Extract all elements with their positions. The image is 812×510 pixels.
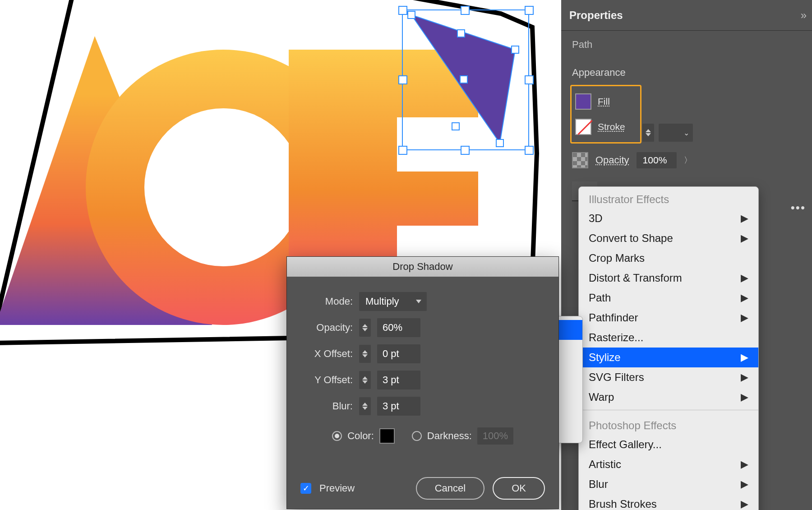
svg-rect-10 (525, 76, 533, 84)
svg-rect-7 (461, 6, 469, 14)
object-type-label: Path (561, 31, 812, 54)
fill-stroke-group: Fill Stroke (570, 85, 641, 144)
svg-rect-9 (399, 76, 407, 84)
stroke-label: Stroke (598, 121, 625, 132)
blur-stepper[interactable] (359, 397, 371, 415)
stroke-row[interactable]: Stroke (575, 114, 637, 139)
svg-rect-14 (408, 11, 415, 19)
opacity-value[interactable]: 100% (637, 152, 677, 168)
menu-item-label: Convert to Shape (589, 232, 673, 245)
submenu-arrow-icon: ▶ (741, 371, 748, 383)
submenu-arrow-icon: ▶ (741, 352, 748, 363)
svg-rect-15 (512, 46, 519, 53)
stroke-swatch[interactable] (575, 119, 591, 135)
effects-menu-item[interactable]: SVG Filters▶ (579, 367, 758, 387)
menu-item-label: Distort & Transform (589, 272, 682, 284)
svg-rect-12 (461, 146, 469, 154)
svg-rect-19 (452, 123, 459, 130)
collapse-panel-icon[interactable]: » (801, 9, 804, 22)
menu-item-label: Rasterize... (589, 331, 643, 344)
menu-item-label: SVG Filters (589, 371, 644, 384)
blur-input[interactable]: 3 pt (377, 397, 420, 416)
menu-item-label: Path (589, 292, 611, 304)
appearance-section-label: Appearance (561, 54, 812, 85)
opacity-row: Opacity 100% 〉 (561, 147, 812, 173)
cancel-button[interactable]: Cancel (416, 477, 484, 500)
opacity-icon (572, 152, 588, 168)
menu-item-label: Effect Gallery... (589, 438, 662, 451)
svg-rect-17 (460, 76, 467, 83)
submenu-arrow-icon: ▶ (741, 312, 748, 324)
opacity-input[interactable]: 60% (377, 318, 420, 337)
effects-menu-item[interactable]: Distort & Transform▶ (579, 268, 758, 288)
fill-row[interactable]: Fill (575, 89, 637, 114)
submenu-arrow-icon: ▶ (741, 478, 748, 490)
effects-menu-item[interactable]: Warp▶ (579, 387, 758, 407)
darkness-label: Darkness: (427, 430, 472, 442)
drop-shadow-dialog: Drop Shadow Mode: Multiply Opacity: 60% … (286, 256, 559, 509)
menu-item-label: Blur (589, 478, 608, 491)
svg-rect-18 (457, 30, 465, 37)
dialog-title: Drop Shadow (287, 257, 558, 277)
effects-menu-item[interactable]: Crop Marks (579, 248, 758, 268)
effects-menu-item[interactable]: Stylize▶ (579, 348, 758, 367)
opacity-stepper[interactable] (359, 319, 371, 337)
yoffset-stepper[interactable] (359, 371, 371, 389)
fill-label: Fill (598, 96, 610, 107)
svg-rect-11 (399, 146, 407, 154)
effects-menu-item[interactable]: Rasterize... (579, 328, 758, 348)
menu-item-label: 3D (589, 212, 603, 225)
menu-item-label: Warp (589, 391, 614, 403)
ok-button[interactable]: OK (493, 477, 545, 500)
mode-label: Mode: (300, 296, 353, 307)
photoshop-effects-heading: Photoshop Effects (579, 413, 758, 435)
svg-rect-4 (397, 117, 492, 172)
color-label: Color: (347, 430, 374, 442)
darkness-radio[interactable] (412, 431, 422, 441)
effects-menu-item[interactable]: Path▶ (579, 288, 758, 308)
stroke-weight-controls: ⌄ (642, 124, 693, 142)
blur-label: Blur: (300, 400, 353, 412)
properties-title: Properties (569, 9, 623, 22)
effects-menu-item[interactable]: Brush Strokes▶ (579, 494, 758, 510)
effects-menu-item[interactable]: Blur▶ (579, 474, 758, 494)
panel-options-icon[interactable]: ••• (791, 201, 806, 215)
effects-menu-item[interactable]: 3D▶ (579, 209, 758, 228)
illustrator-effects-heading: Illustrator Effects (579, 187, 758, 209)
xoffset-label: X Offset: (300, 348, 353, 360)
submenu-arrow-icon: ▶ (741, 459, 748, 470)
properties-header: Properties » (561, 0, 812, 31)
stroke-weight-dropdown[interactable]: ⌄ (659, 124, 693, 142)
darkness-input: 100% (477, 427, 513, 445)
menu-item-label: Pathfinder (589, 311, 638, 324)
preview-checkbox[interactable]: ✓ (300, 483, 311, 494)
menu-item-label: Artistic (589, 458, 621, 471)
effects-menu-item[interactable]: Convert to Shape▶ (579, 228, 758, 248)
submenu-arrow-icon: ▶ (741, 232, 748, 244)
opacity-chevron-icon[interactable]: 〉 (684, 155, 692, 166)
effects-menu-item[interactable]: Artistic▶ (579, 454, 758, 474)
submenu-arrow-icon: ▶ (741, 292, 748, 304)
color-radio[interactable] (332, 431, 342, 441)
xoffset-stepper[interactable] (359, 345, 371, 363)
submenu-arrow-icon: ▶ (741, 391, 748, 403)
preview-label: Preview (319, 482, 355, 494)
yoffset-label: Y Offset: (300, 374, 353, 386)
menu-item-label: Crop Marks (589, 252, 645, 264)
opacity-label: Opacity: (300, 322, 353, 334)
effects-menu-item[interactable]: Effect Gallery... (579, 435, 758, 454)
effects-menu-item[interactable]: Pathfinder▶ (579, 308, 758, 328)
mode-select[interactable]: Multiply (359, 292, 427, 311)
svg-rect-8 (525, 6, 533, 14)
fill-swatch[interactable] (575, 93, 591, 110)
submenu-arrow-icon: ▶ (741, 272, 748, 284)
svg-rect-6 (399, 6, 407, 14)
svg-rect-13 (525, 146, 533, 154)
xoffset-input[interactable]: 0 pt (377, 344, 420, 363)
stroke-weight-stepper[interactable] (642, 124, 654, 142)
menu-item-label: Brush Strokes (589, 498, 657, 510)
opacity-label: Opacity (595, 154, 629, 166)
yoffset-input[interactable]: 3 pt (377, 371, 420, 389)
menu-separator (579, 410, 758, 410)
shadow-color-swatch[interactable] (379, 428, 395, 444)
